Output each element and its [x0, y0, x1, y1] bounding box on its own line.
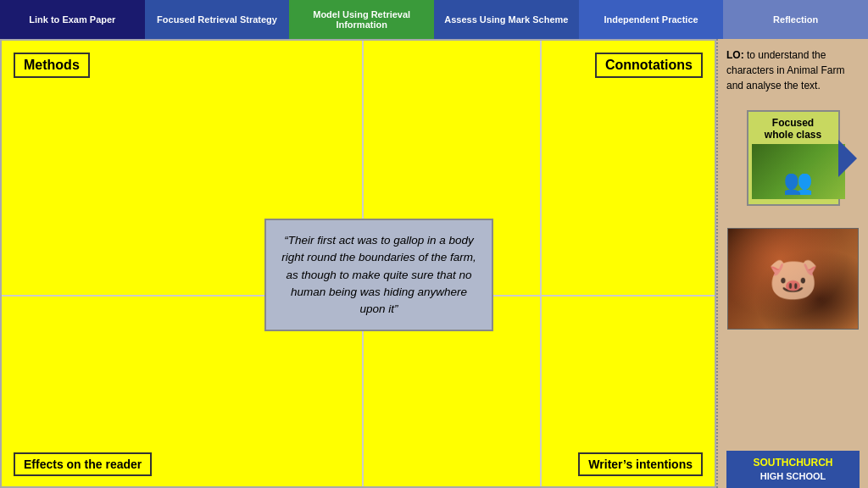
writers-label: Writer’s intentions: [588, 458, 693, 471]
vertical-grid-line-2: [540, 41, 542, 486]
connotations-box: Connotations: [595, 53, 703, 78]
effects-label: Effects on the reader: [24, 458, 142, 471]
nav-independent[interactable]: Independent Practice: [579, 0, 724, 39]
animal-image: [727, 228, 859, 330]
blue-arrow-icon: [838, 140, 857, 177]
quote-text: “Their first act was to gallop in a body…: [281, 234, 476, 315]
school-name-bottom: HIGH SCHOOL: [730, 470, 856, 483]
school-logo: SOUTHCHURCH HIGH SCHOOL: [726, 451, 860, 488]
navigation-bar: Link to Exam Paper Focused Retrieval Str…: [0, 0, 868, 39]
methods-box: Methods: [14, 53, 90, 78]
effects-box: Effects on the reader: [14, 452, 152, 476]
nav-independent-label: Independent Practice: [604, 14, 698, 25]
nav-model-retrieval-label: Model Using Retrieval Information: [294, 9, 429, 30]
nav-reflection[interactable]: Reflection: [723, 0, 868, 39]
nav-reflection-label: Reflection: [773, 14, 818, 25]
content-area: Methods Connotations “Their first act wa…: [0, 39, 716, 488]
quote-box: “Their first act was to gallop in a body…: [264, 219, 493, 331]
connotations-label: Connotations: [605, 58, 693, 72]
focused-whole-class-label: Focused whole class: [752, 117, 835, 144]
nav-assess-mark[interactable]: Assess Using Mark Scheme: [434, 0, 579, 39]
writers-box: Writer’s intentions: [578, 452, 703, 476]
nav-focused-retrieval-label: Focused Retrieval Strategy: [157, 14, 277, 25]
nav-link-exam-label: Link to Exam Paper: [29, 14, 115, 25]
methods-label: Methods: [24, 58, 80, 72]
nav-assess-mark-label: Assess Using Mark Scheme: [444, 14, 568, 25]
focused-whole-class-box: Focused whole class: [747, 110, 840, 206]
lo-prefix: LO:: [726, 49, 744, 61]
nav-link-exam[interactable]: Link to Exam Paper: [0, 0, 145, 39]
nav-focused-retrieval[interactable]: Focused Retrieval Strategy: [145, 0, 290, 39]
sidebar: LO: to understand the characters in Anim…: [716, 39, 868, 488]
focused-whole-class-image: [752, 144, 845, 199]
lo-body: to understand the characters in Animal F…: [726, 49, 844, 92]
school-name-top: SOUTHCHURCH: [730, 456, 856, 470]
nav-model-retrieval[interactable]: Model Using Retrieval Information: [289, 0, 434, 39]
lo-text: LO: to understand the characters in Anim…: [726, 47, 860, 93]
main-area: Methods Connotations “Their first act wa…: [0, 39, 868, 488]
focused-whole-class-container: Focused whole class: [738, 110, 849, 214]
